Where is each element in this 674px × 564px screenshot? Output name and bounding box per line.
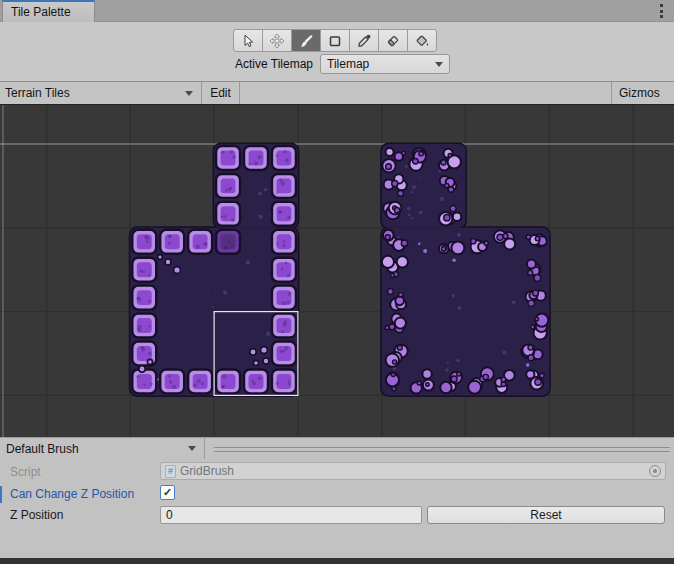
- script-icon: #: [165, 465, 176, 478]
- tile-palette-window: Tile Palette: [0, 0, 674, 564]
- active-tilemap-dropdown[interactable]: Tilemap: [320, 54, 450, 74]
- can-change-z-checkbox[interactable]: ✓: [160, 485, 175, 500]
- brush-value: Default Brush: [6, 442, 79, 456]
- eraser-tool-button[interactable]: [378, 29, 408, 52]
- chevron-down-icon: [185, 91, 193, 96]
- override-marker: [0, 486, 2, 503]
- brush-inspector: Script # GridBrush Can Change Z Position…: [0, 459, 674, 558]
- reset-button[interactable]: Reset: [427, 506, 665, 524]
- eyedropper-icon: [356, 33, 372, 49]
- tab-bar: Tile Palette: [0, 0, 674, 22]
- palette-value: Terrain Tiles: [5, 86, 70, 100]
- eraser-icon: [385, 33, 401, 49]
- move-icon: [269, 33, 285, 49]
- move-tool-button[interactable]: [262, 29, 292, 52]
- cursor-icon: [240, 33, 256, 49]
- palette-header-bar: Terrain Tiles Edit Gizmos: [0, 81, 674, 105]
- script-field: # GridBrush: [160, 462, 666, 480]
- palette-tiles-canvas: [0, 105, 674, 437]
- z-position-input[interactable]: 0: [160, 506, 422, 524]
- picker-tool-button[interactable]: [349, 29, 379, 52]
- gizmos-button[interactable]: Gizmos: [611, 82, 674, 104]
- kebab-menu-icon[interactable]: [660, 4, 664, 18]
- chevron-down-icon: [188, 446, 196, 451]
- tool-buttons: [233, 29, 437, 52]
- fill-tool-button[interactable]: [407, 29, 437, 52]
- brush-bar-divider: [214, 447, 670, 452]
- script-label: Script: [10, 465, 41, 479]
- edit-button[interactable]: Edit: [202, 82, 240, 104]
- tab-tile-palette[interactable]: Tile Palette: [2, 0, 95, 22]
- object-picker-icon[interactable]: [649, 465, 661, 477]
- z-position-label: Z Position: [10, 508, 63, 522]
- can-change-z-label: Can Change Z Position: [10, 487, 134, 501]
- window-bottom-edge: [0, 558, 674, 564]
- chevron-down-icon: [435, 62, 443, 67]
- paint-bucket-icon: [414, 33, 430, 49]
- palette-dropdown[interactable]: Terrain Tiles: [0, 82, 202, 104]
- select-tool-button[interactable]: [233, 29, 263, 52]
- paint-brush-icon: [298, 33, 314, 49]
- rectangle-icon: [327, 33, 343, 49]
- script-value: GridBrush: [180, 464, 234, 478]
- active-tilemap-value: Tilemap: [327, 57, 369, 71]
- brush-dropdown[interactable]: Default Brush: [0, 438, 205, 459]
- brush-tool-button[interactable]: [291, 29, 321, 52]
- active-tilemap-label: Active Tilemap: [160, 57, 313, 71]
- box-tool-button[interactable]: [320, 29, 350, 52]
- brush-bar: Default Brush: [0, 437, 674, 459]
- palette-grid-area[interactable]: [0, 105, 674, 437]
- tab-label: Tile Palette: [11, 5, 71, 19]
